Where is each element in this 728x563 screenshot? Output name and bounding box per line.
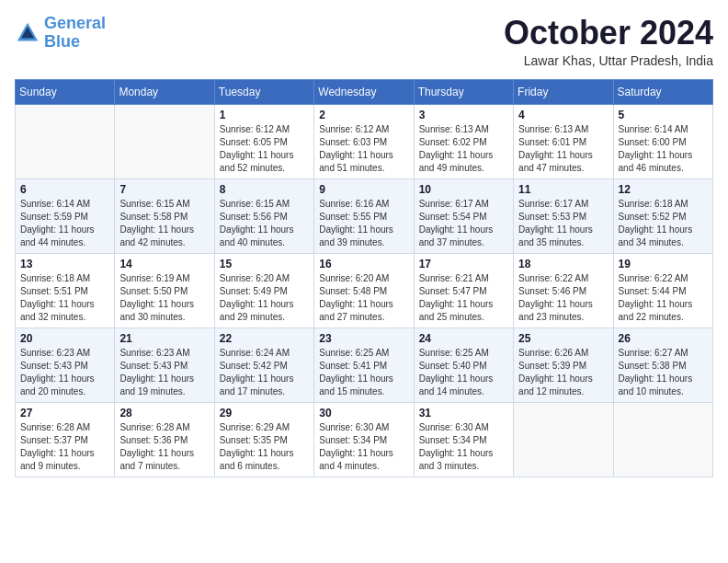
day-number: 15 [220,258,309,270]
calendar-cell: 12Sunrise: 6:18 AM Sunset: 5:52 PM Dayli… [613,178,712,253]
calendar-cell: 31Sunrise: 6:30 AM Sunset: 5:34 PM Dayli… [414,402,513,477]
day-number: 28 [119,407,209,419]
day-number: 12 [619,183,708,196]
calendar-cell: 26Sunrise: 6:27 AM Sunset: 5:38 PM Dayli… [613,327,712,402]
cell-info: Sunrise: 6:17 AM Sunset: 5:54 PM Dayligh… [419,198,508,249]
day-number: 26 [619,332,708,345]
calendar-cell: 5Sunrise: 6:14 AM Sunset: 6:00 PM Daylig… [613,104,712,178]
day-number: 29 [220,407,309,419]
day-number: 17 [419,258,508,270]
location: Lawar Khas, Uttar Pradesh, India [504,53,713,68]
cell-info: Sunrise: 6:18 AM Sunset: 5:52 PM Dayligh… [619,198,708,249]
calendar-cell: 18Sunrise: 6:22 AM Sunset: 5:46 PM Dayli… [514,253,613,327]
week-row-4: 20Sunrise: 6:23 AM Sunset: 5:43 PM Dayli… [16,327,713,402]
calendar-cell: 28Sunrise: 6:28 AM Sunset: 5:36 PM Dayli… [115,402,214,477]
calendar-cell: 16Sunrise: 6:20 AM Sunset: 5:48 PM Dayli… [314,253,414,327]
week-row-3: 13Sunrise: 6:18 AM Sunset: 5:51 PM Dayli… [16,253,713,327]
calendar-cell [613,402,712,477]
calendar-cell: 14Sunrise: 6:19 AM Sunset: 5:50 PM Dayli… [115,253,214,327]
day-number: 3 [419,109,508,121]
cell-info: Sunrise: 6:25 AM Sunset: 5:41 PM Dayligh… [319,347,408,398]
cell-info: Sunrise: 6:29 AM Sunset: 5:35 PM Dayligh… [220,421,309,473]
cell-info: Sunrise: 6:13 AM Sunset: 6:02 PM Dayligh… [419,123,508,175]
cell-info: Sunrise: 6:23 AM Sunset: 5:43 PM Dayligh… [20,347,109,398]
calendar-cell [115,104,214,178]
logo-icon [15,20,40,46]
day-number: 2 [319,109,408,121]
col-header-friday: Friday [514,79,613,104]
day-number: 24 [419,332,508,345]
col-header-sunday: Sunday [16,79,115,104]
cell-info: Sunrise: 6:17 AM Sunset: 5:53 PM Dayligh… [518,198,608,249]
calendar-cell: 8Sunrise: 6:15 AM Sunset: 5:56 PM Daylig… [214,178,313,253]
week-row-5: 27Sunrise: 6:28 AM Sunset: 5:37 PM Dayli… [16,402,713,477]
calendar-cell: 1Sunrise: 6:12 AM Sunset: 6:05 PM Daylig… [214,104,313,178]
calendar-cell: 19Sunrise: 6:22 AM Sunset: 5:44 PM Dayli… [613,253,712,327]
cell-info: Sunrise: 6:28 AM Sunset: 5:36 PM Dayligh… [119,421,209,473]
calendar-body: 1Sunrise: 6:12 AM Sunset: 6:05 PM Daylig… [16,104,713,477]
calendar-cell: 13Sunrise: 6:18 AM Sunset: 5:51 PM Dayli… [16,253,115,327]
calendar-table: SundayMondayTuesdayWednesdayThursdayFrid… [15,79,713,477]
col-header-monday: Monday [115,79,214,104]
day-number: 9 [319,183,408,196]
day-number: 16 [319,258,408,270]
cell-info: Sunrise: 6:20 AM Sunset: 5:48 PM Dayligh… [319,272,408,324]
day-number: 18 [518,258,608,270]
cell-info: Sunrise: 6:28 AM Sunset: 5:37 PM Dayligh… [20,421,109,473]
cell-info: Sunrise: 6:15 AM Sunset: 5:56 PM Dayligh… [220,198,309,249]
calendar-cell: 20Sunrise: 6:23 AM Sunset: 5:43 PM Dayli… [16,327,115,402]
col-header-tuesday: Tuesday [214,79,313,104]
day-number: 20 [20,332,109,345]
day-number: 1 [220,109,309,121]
day-number: 31 [419,407,508,419]
calendar-cell: 17Sunrise: 6:21 AM Sunset: 5:47 PM Dayli… [414,253,513,327]
header-row: SundayMondayTuesdayWednesdayThursdayFrid… [16,79,713,104]
calendar-cell: 9Sunrise: 6:16 AM Sunset: 5:55 PM Daylig… [314,178,414,253]
col-header-saturday: Saturday [613,79,712,104]
calendar-cell: 21Sunrise: 6:23 AM Sunset: 5:43 PM Dayli… [115,327,214,402]
calendar-header: SundayMondayTuesdayWednesdayThursdayFrid… [16,79,713,104]
cell-info: Sunrise: 6:14 AM Sunset: 6:00 PM Dayligh… [619,123,708,175]
calendar-cell: 2Sunrise: 6:12 AM Sunset: 6:03 PM Daylig… [314,104,414,178]
day-number: 7 [119,183,209,196]
calendar-cell: 25Sunrise: 6:26 AM Sunset: 5:39 PM Dayli… [514,327,613,402]
week-row-2: 6Sunrise: 6:14 AM Sunset: 5:59 PM Daylig… [16,178,713,253]
day-number: 21 [119,332,209,345]
cell-info: Sunrise: 6:23 AM Sunset: 5:43 PM Dayligh… [119,347,209,398]
calendar-cell [16,104,115,178]
title-block: October 2024 Lawar Khas, Uttar Pradesh, … [504,15,713,68]
cell-info: Sunrise: 6:15 AM Sunset: 5:58 PM Dayligh… [119,198,209,249]
calendar-cell [514,402,613,477]
day-number: 22 [220,332,309,345]
logo-text: General Blue [44,15,106,52]
cell-info: Sunrise: 6:30 AM Sunset: 5:34 PM Dayligh… [319,421,408,473]
month-title: October 2024 [504,15,713,52]
calendar-cell: 3Sunrise: 6:13 AM Sunset: 6:02 PM Daylig… [414,104,513,178]
calendar-cell: 23Sunrise: 6:25 AM Sunset: 5:41 PM Dayli… [314,327,414,402]
day-number: 25 [518,332,608,345]
col-header-wednesday: Wednesday [314,79,414,104]
calendar-cell: 7Sunrise: 6:15 AM Sunset: 5:58 PM Daylig… [115,178,214,253]
col-header-thursday: Thursday [414,79,513,104]
day-number: 19 [619,258,708,270]
day-number: 11 [518,183,608,196]
cell-info: Sunrise: 6:12 AM Sunset: 6:05 PM Dayligh… [220,123,309,175]
cell-info: Sunrise: 6:22 AM Sunset: 5:46 PM Dayligh… [518,272,608,324]
day-number: 14 [119,258,209,270]
day-number: 23 [319,332,408,345]
calendar-cell: 11Sunrise: 6:17 AM Sunset: 5:53 PM Dayli… [514,178,613,253]
cell-info: Sunrise: 6:19 AM Sunset: 5:50 PM Dayligh… [119,272,209,324]
cell-info: Sunrise: 6:25 AM Sunset: 5:40 PM Dayligh… [419,347,508,398]
cell-info: Sunrise: 6:22 AM Sunset: 5:44 PM Dayligh… [619,272,708,324]
week-row-1: 1Sunrise: 6:12 AM Sunset: 6:05 PM Daylig… [16,104,713,178]
calendar-cell: 24Sunrise: 6:25 AM Sunset: 5:40 PM Dayli… [414,327,513,402]
page-header: General Blue October 2024 Lawar Khas, Ut… [15,15,713,68]
calendar-cell: 27Sunrise: 6:28 AM Sunset: 5:37 PM Dayli… [16,402,115,477]
calendar-cell: 6Sunrise: 6:14 AM Sunset: 5:59 PM Daylig… [16,178,115,253]
cell-info: Sunrise: 6:18 AM Sunset: 5:51 PM Dayligh… [20,272,109,324]
cell-info: Sunrise: 6:20 AM Sunset: 5:49 PM Dayligh… [220,272,309,324]
cell-info: Sunrise: 6:27 AM Sunset: 5:38 PM Dayligh… [619,347,708,398]
day-number: 6 [20,183,109,196]
cell-info: Sunrise: 6:16 AM Sunset: 5:55 PM Dayligh… [319,198,408,249]
day-number: 8 [220,183,309,196]
